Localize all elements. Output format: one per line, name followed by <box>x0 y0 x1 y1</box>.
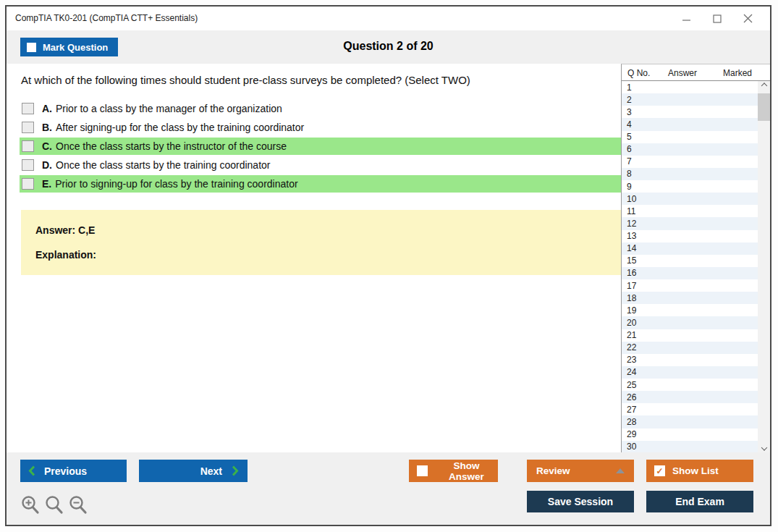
option-checkbox[interactable] <box>22 103 34 114</box>
minimize-button[interactable] <box>672 7 702 30</box>
next-label: Next <box>200 465 222 477</box>
question-list-row[interactable]: 26 <box>622 391 758 403</box>
column-header-qno: Q No. <box>627 68 650 78</box>
zoom-in-icon[interactable] <box>21 495 40 515</box>
row-qno: 7 <box>622 156 661 166</box>
answer-option[interactable]: C.Once the class starts by the instructo… <box>20 138 622 155</box>
question-list-row[interactable]: 3 <box>622 106 758 118</box>
app-window: CompTIA TK0-201 (CompTIA CTT+ Essentials… <box>5 5 771 526</box>
question-list-row[interactable]: 19 <box>622 304 758 316</box>
question-list-row[interactable]: 4 <box>622 118 758 130</box>
question-list-row[interactable]: 8 <box>622 168 758 180</box>
question-list-row[interactable]: 28 <box>622 415 758 428</box>
question-list-row[interactable]: 10 <box>622 193 758 205</box>
question-list-row[interactable]: 14 <box>622 242 758 255</box>
question-list-row[interactable]: 23 <box>622 354 758 366</box>
question-list-row[interactable]: 17 <box>622 279 758 292</box>
row-qno: 23 <box>622 355 661 365</box>
question-area: At which of the following times should s… <box>7 64 621 452</box>
row-qno: 16 <box>622 268 661 278</box>
option-checkbox[interactable] <box>22 122 34 133</box>
option-letter: B. <box>42 122 52 133</box>
explanation-label: Explanation: <box>35 249 96 261</box>
question-list-row[interactable]: 25 <box>622 379 758 391</box>
save-session-button[interactable]: Save Session <box>527 491 634 512</box>
row-qno: 9 <box>622 182 661 192</box>
row-qno: 1 <box>622 83 661 93</box>
row-qno: 5 <box>622 132 661 142</box>
option-checkbox[interactable] <box>22 140 34 152</box>
question-list-scrollbar[interactable] <box>758 81 770 452</box>
row-qno: 11 <box>622 206 661 216</box>
row-qno: 13 <box>622 231 661 241</box>
question-list-row[interactable]: 9 <box>622 180 758 193</box>
row-qno: 19 <box>622 305 661 316</box>
zoom-reset-icon[interactable] <box>45 495 64 515</box>
row-qno: 27 <box>622 405 661 415</box>
row-qno: 2 <box>622 95 661 105</box>
option-checkbox[interactable] <box>22 178 34 190</box>
scrollbar-thumb[interactable] <box>758 93 770 121</box>
close-button[interactable] <box>732 7 763 30</box>
question-list-row[interactable]: 7 <box>622 156 758 168</box>
maximize-button[interactable] <box>702 7 732 30</box>
scroll-down-button[interactable] <box>758 441 770 452</box>
show-list-label: Show List <box>672 465 719 476</box>
chevron-up-icon <box>761 83 766 88</box>
row-qno: 28 <box>622 417 661 427</box>
end-exam-button[interactable]: End Exam <box>646 491 753 512</box>
option-letter: E. <box>42 178 51 190</box>
question-text: At which of the following times should s… <box>21 74 470 86</box>
question-list-row[interactable]: 30 <box>622 441 758 452</box>
row-qno: 20 <box>622 318 661 328</box>
show-list-button[interactable]: ✓ Show List <box>646 460 753 482</box>
question-list-row[interactable]: 12 <box>622 217 758 229</box>
question-list-row[interactable]: 16 <box>622 267 758 279</box>
answer-option[interactable]: E.Prior to signing-up for class by the t… <box>20 175 622 193</box>
row-qno: 21 <box>622 330 661 340</box>
answer-option[interactable]: B.After signing-up for the class by the … <box>20 119 622 136</box>
next-button[interactable]: Next <box>139 460 248 482</box>
option-letter: D. <box>42 159 52 171</box>
review-button[interactable]: Review <box>527 460 634 482</box>
question-list-row[interactable]: 18 <box>622 292 758 304</box>
window-title: CompTIA TK0-201 (CompTIA CTT+ Essentials… <box>15 13 198 23</box>
row-qno: 18 <box>622 293 661 303</box>
question-list-row[interactable]: 22 <box>622 342 758 354</box>
option-text: Once the class starts by the instructor … <box>56 140 287 152</box>
show-answer-checkbox[interactable] <box>417 465 428 476</box>
question-list-row[interactable]: 29 <box>622 428 758 441</box>
question-list-row[interactable]: 15 <box>622 255 758 267</box>
review-label: Review <box>536 465 570 476</box>
question-list-row[interactable]: 13 <box>622 230 758 242</box>
title-bar: CompTIA TK0-201 (CompTIA CTT+ Essentials… <box>7 7 770 30</box>
scroll-up-button[interactable] <box>758 81 770 93</box>
chevron-right-icon <box>232 465 239 476</box>
previous-button[interactable]: Previous <box>20 460 127 482</box>
question-list-row[interactable]: 20 <box>622 316 758 329</box>
chevron-left-icon <box>28 465 35 476</box>
option-text: Prior to a class by the manager of the o… <box>56 103 282 114</box>
show-list-checkbox[interactable]: ✓ <box>654 465 665 476</box>
zoom-out-icon[interactable] <box>69 495 88 515</box>
question-list-row[interactable]: 1 <box>622 81 758 93</box>
question-list-row[interactable]: 21 <box>622 329 758 342</box>
option-checkbox[interactable] <box>22 159 34 171</box>
options-list: A.Prior to a class by the manager of the… <box>20 100 622 194</box>
question-list-row[interactable]: 24 <box>622 366 758 379</box>
question-list-row[interactable]: 27 <box>622 403 758 415</box>
answer-box: Answer: C,E Explanation: <box>21 210 622 275</box>
question-list-row[interactable]: 6 <box>622 143 758 156</box>
main-area: At which of the following times should s… <box>7 64 770 452</box>
answer-option[interactable]: A.Prior to a class by the manager of the… <box>20 100 622 117</box>
question-list-row[interactable]: 2 <box>622 93 758 106</box>
question-list-row[interactable]: 5 <box>622 131 758 143</box>
question-list-row[interactable]: 11 <box>622 205 758 217</box>
answer-option[interactable]: D.Once the class starts by the training … <box>20 156 622 174</box>
show-answer-button[interactable]: Show Answer <box>409 460 498 482</box>
row-qno: 14 <box>622 243 661 253</box>
row-qno: 10 <box>622 194 661 204</box>
row-qno: 12 <box>622 219 661 229</box>
row-qno: 25 <box>622 380 661 390</box>
row-qno: 6 <box>622 144 661 154</box>
